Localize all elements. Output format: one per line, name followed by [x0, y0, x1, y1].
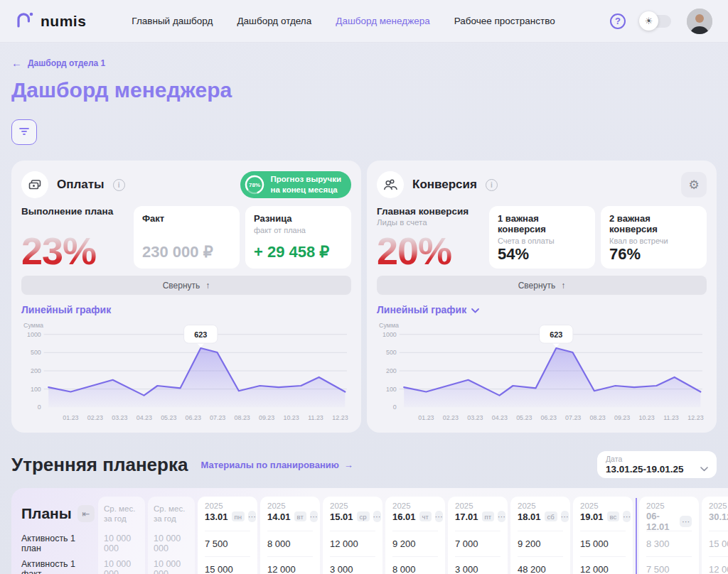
svg-text:02.23: 02.23 — [443, 414, 459, 421]
forecast-progress-ring: 78% — [244, 174, 265, 195]
collapse-label: Свернуть — [518, 281, 556, 291]
plan-value-cell: 48 200 — [518, 556, 563, 574]
svg-text:01.23: 01.23 — [418, 414, 434, 421]
svg-text:100: 100 — [31, 386, 41, 393]
difference-tile: Разница факт от плана + 29 458 ₽ — [245, 206, 351, 269]
date-range-select[interactable]: Дата 13.01.25-19.01.25 — [597, 451, 717, 478]
plans-table-datecols: 202513.01пн⋯7 50015 00015 000202514.01вт… — [198, 497, 728, 574]
svg-text:500: 500 — [386, 349, 397, 356]
plan-value-cell: 9 200 — [392, 531, 438, 556]
svg-text:04.23: 04.23 — [492, 414, 508, 421]
plan-value-cell: 12 000 — [580, 556, 626, 574]
svg-text:08.23: 08.23 — [235, 414, 250, 421]
column-menu-icon[interactable]: ⋯ — [248, 511, 256, 522]
column-menu-icon[interactable]: ⋯ — [310, 511, 318, 522]
payments-line-chart: 01002005001000Сумма01.2302.2303.2304.230… — [21, 318, 351, 423]
user-avatar[interactable] — [687, 9, 712, 34]
svg-text:Сумма: Сумма — [379, 322, 399, 329]
column-menu-icon[interactable]: ⋯ — [623, 511, 631, 522]
brand-name: numis — [41, 13, 86, 30]
date-column: 202513.01пн⋯7 50015 00015 000 — [198, 497, 257, 574]
plan-value-cell: 12 000 — [709, 556, 728, 574]
plan-value-cell: 7 500 — [646, 556, 692, 574]
collapse-conversion-button[interactable]: Свернуть ↑ — [377, 276, 707, 295]
column-menu-icon[interactable]: ⋯ — [680, 516, 692, 527]
help-icon[interactable]: ? — [610, 13, 626, 29]
plan-value-cell: 12 000 — [267, 556, 313, 574]
day-of-week-badge: пн — [232, 511, 245, 521]
column-date: 16.01 — [392, 511, 416, 522]
plan-row-label: Активность 1 факт — [21, 556, 95, 574]
conversion2-sublabel: Квал во встречи — [609, 237, 698, 245]
date-column: 202515.01ср⋯12 0003 0007 500 — [323, 497, 382, 574]
nav-item-workspace[interactable]: Рабочее пространство — [454, 16, 555, 26]
column-menu-icon[interactable]: ⋯ — [561, 511, 569, 522]
column-date-row: 15.01ср⋯ — [330, 511, 375, 522]
day-of-week-badge: сб — [545, 511, 557, 521]
avg-column-header: Ср. мес. за год — [154, 497, 189, 531]
page-title: Дашборд менеджера — [11, 78, 717, 102]
plan-value-cell: 15 000 — [205, 556, 250, 574]
column-date-row: 13.01пн⋯ — [205, 511, 250, 522]
plans-row-labels: Активность 1 планАктивность 1 фактРазниц… — [21, 531, 95, 574]
plan-completion-label: Выполнение плана — [21, 206, 128, 217]
date-column: 202517.01пт⋯7 0003 0007 500 — [448, 497, 508, 574]
theme-toggle[interactable]: ☀ — [641, 15, 671, 28]
avg-value-cell: 10 000 000 — [154, 531, 189, 556]
column-menu-icon[interactable]: ⋯ — [435, 511, 443, 522]
plan-value-cell: 3 000 — [455, 556, 500, 574]
nav-item-main-dashboard[interactable]: Главный дашборд — [132, 16, 213, 26]
svg-text:11.23: 11.23 — [308, 414, 323, 421]
conversion-chart-type-link[interactable]: Линейный график — [377, 304, 479, 315]
collapse-payments-button[interactable]: Свернуть ↑ — [21, 276, 351, 295]
collapse-left-icon[interactable]: ⇤ — [77, 505, 95, 522]
info-icon[interactable]: i — [486, 179, 498, 191]
chevron-down-icon — [471, 304, 479, 315]
fact-tile: Факт 230 000 ₽ — [134, 206, 240, 269]
forward-arrow-icon: → — [344, 460, 353, 470]
svg-text:10.23: 10.23 — [638, 414, 654, 421]
column-date-row: 14.01вт⋯ — [267, 511, 313, 522]
nav-item-department-dashboard[interactable]: Дашборд отдела — [237, 16, 311, 26]
brand-logo: numis — [16, 11, 86, 31]
column-date-row: 16.01чт⋯ — [392, 511, 438, 522]
svg-text:06.23: 06.23 — [186, 414, 201, 421]
conversion-card-title: Конверсия — [412, 178, 477, 192]
column-menu-icon[interactable]: ⋯ — [498, 511, 505, 522]
nav-item-manager-dashboard[interactable]: Дашборд менеджера — [336, 16, 429, 26]
date-column-header: 202506-12.01⋯ — [646, 497, 692, 531]
column-date: 06-12.01 — [646, 511, 676, 532]
breadcrumb-label: Дашборд отдела 1 — [28, 58, 105, 68]
svg-text:1000: 1000 — [382, 331, 397, 338]
chart-type-label: Линейный график — [21, 304, 111, 315]
day-of-week-badge: ср — [357, 511, 370, 521]
chart-type-label: Линейный график — [377, 304, 466, 315]
back-arrow-icon: ← — [11, 57, 22, 69]
svg-text:0: 0 — [393, 404, 397, 411]
plan-value-cell: 12 000 — [330, 531, 375, 556]
payments-card: Оплаты i 78% Прогноз выручки на конец ме… — [11, 161, 361, 433]
conversion-people-icon — [377, 171, 404, 198]
plan-value-cell: 9 200 — [518, 531, 563, 556]
svg-text:11.23: 11.23 — [663, 414, 679, 421]
column-date-row: 17.01пт⋯ — [455, 511, 500, 522]
navbar-actions: ? ☀ — [610, 9, 712, 34]
svg-text:01.23: 01.23 — [63, 414, 78, 421]
conversion-settings-button[interactable]: ⚙ — [681, 172, 707, 197]
plans-table-title: Планы — [21, 505, 72, 522]
planning-materials-link[interactable]: Материалы по планированию → — [200, 460, 353, 470]
filter-button[interactable] — [11, 119, 37, 145]
conversion2-label: 2 важная конверсия — [609, 213, 698, 234]
payments-icon — [21, 171, 48, 198]
info-icon[interactable]: i — [113, 179, 125, 191]
date-column: 202519.01вс⋯15 00012 00012 000 — [573, 497, 633, 574]
date-column: 202530.12⋯15 00012 00012 000 — [702, 497, 728, 574]
payments-chart-type-link[interactable]: Линейный график — [21, 304, 111, 315]
svg-text:09.23: 09.23 — [614, 414, 630, 421]
column-menu-icon[interactable]: ⋯ — [373, 511, 381, 522]
breadcrumb[interactable]: ← Дашборд отдела 1 — [11, 57, 105, 69]
column-date: 13.01 — [205, 511, 228, 522]
planner-section-title: Утренняя планерка — [11, 454, 188, 476]
planning-materials-label: Материалы по планированию — [200, 460, 338, 470]
brand-icon — [16, 11, 34, 31]
